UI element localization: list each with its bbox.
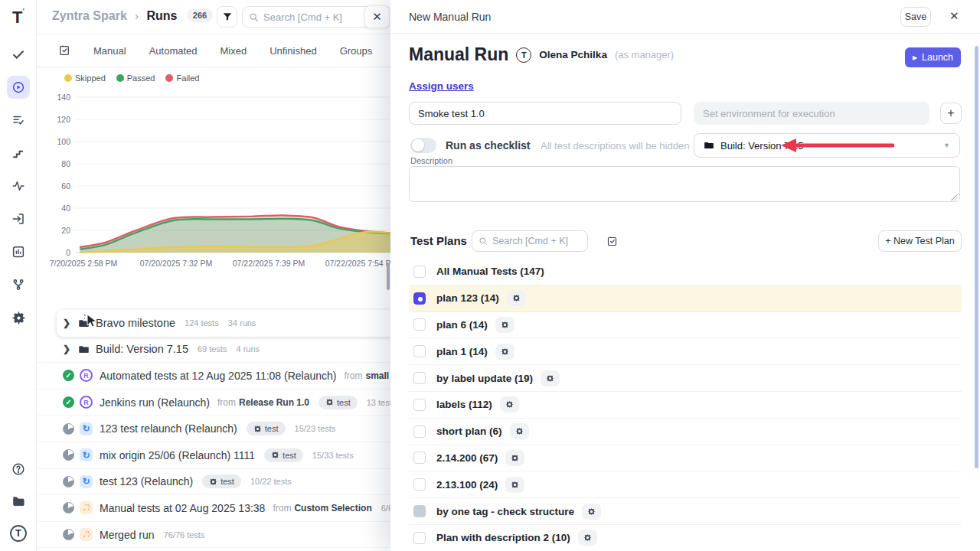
assign-users-link[interactable]: Assign users xyxy=(409,80,474,92)
search-input[interactable] xyxy=(263,11,371,23)
breadcrumb-current[interactable]: Runs xyxy=(146,9,177,22)
test-plan-checkbox[interactable] xyxy=(413,318,426,331)
clipboard-check-icon[interactable] xyxy=(58,44,70,57)
test-plan-row[interactable]: by label update (19) xyxy=(409,365,962,392)
test-plan-label[interactable]: Plan with description 2 (10) xyxy=(436,532,570,543)
drawer-scrollbar-thumb[interactable] xyxy=(975,46,978,468)
branch-icon[interactable] xyxy=(7,273,30,296)
run-title[interactable]: Jenkins run (Relaunch) xyxy=(100,396,210,409)
test-plan-label[interactable]: labels (112) xyxy=(436,399,492,410)
test-plan-row[interactable]: by one tag - check structure xyxy=(409,498,962,525)
test-plan-label[interactable]: 2.14.200 (67) xyxy=(436,452,498,464)
test-plans-search-input[interactable] xyxy=(492,236,577,246)
help-icon[interactable] xyxy=(7,458,30,481)
test-plan-label[interactable]: by one tag - check structure xyxy=(436,506,574,517)
test-plan-checkbox[interactable] xyxy=(413,399,426,411)
owner-avatar[interactable]: T xyxy=(516,47,531,63)
run-tag-chip[interactable]: test xyxy=(247,422,286,435)
from-plan-name[interactable]: Release Run 1.0 xyxy=(239,397,309,408)
test-plan-checkbox[interactable] xyxy=(413,505,426,517)
expand-chevron-icon[interactable]: ❯ xyxy=(63,318,70,328)
clipboard-check-icon[interactable] xyxy=(606,236,618,247)
plan-settings-button[interactable] xyxy=(541,370,560,386)
test-plan-label[interactable]: plan 123 (14) xyxy=(436,292,499,304)
account-logo-circle-icon[interactable]: T xyxy=(7,522,30,545)
test-plan-label[interactable]: All Manual Tests (147) xyxy=(436,266,544,277)
test-plan-row[interactable]: plan 1 (14) xyxy=(409,338,962,365)
test-plan-label[interactable]: 2.13.100 (24) xyxy=(436,479,498,491)
tab-automated[interactable]: Automated xyxy=(149,45,198,57)
tab-unfinished[interactable]: Unfinished xyxy=(270,45,316,57)
breadcrumb-project[interactable]: Zyntra Spark xyxy=(52,9,127,22)
test-plan-row[interactable]: Plan with description 2 (10) xyxy=(409,525,962,551)
plan-settings-button[interactable] xyxy=(495,317,514,333)
import-icon[interactable] xyxy=(7,207,30,230)
test-plan-checkbox[interactable] xyxy=(413,372,426,384)
filter-button[interactable] xyxy=(217,6,237,28)
app-logo-icon[interactable]: T' xyxy=(0,8,37,28)
plan-settings-button[interactable] xyxy=(507,290,526,306)
test-plan-row[interactable]: plan 6 (14) xyxy=(409,312,962,339)
test-plan-label[interactable]: plan 6 (14) xyxy=(436,319,488,331)
description-textarea[interactable] xyxy=(409,166,960,202)
test-plan-row[interactable]: plan 123 (14) xyxy=(409,285,962,312)
plan-settings-button[interactable] xyxy=(582,504,601,520)
runs-play-circle-icon[interactable] xyxy=(7,76,30,99)
test-plan-row[interactable]: All Manual Tests (147) xyxy=(409,259,962,285)
projects-folder-icon[interactable] xyxy=(7,490,30,513)
run-title[interactable]: 123 test relaunch (Relaunch) xyxy=(100,422,237,435)
expand-chevron-icon[interactable]: ❯ xyxy=(63,344,70,354)
test-plan-label[interactable]: short plan (6) xyxy=(436,425,502,437)
run-title-input[interactable] xyxy=(409,102,681,125)
run-group-title[interactable]: Bravo milestone xyxy=(96,317,175,329)
test-plan-checkbox[interactable] xyxy=(413,452,426,464)
run-tag-chip[interactable]: test xyxy=(264,448,303,462)
save-button[interactable]: Save xyxy=(900,7,931,27)
test-plan-checkbox[interactable] xyxy=(413,266,426,278)
activity-icon[interactable] xyxy=(7,174,30,197)
plan-settings-button[interactable] xyxy=(505,450,524,466)
run-as-checklist-toggle[interactable] xyxy=(410,138,436,153)
run-group-title[interactable]: Build: Version 7.15 xyxy=(96,343,188,355)
run-title[interactable]: mix origin 25/06 (Relaunch) 1111 xyxy=(100,449,255,461)
test-plan-label[interactable]: plan 1 (14) xyxy=(436,346,488,357)
launch-button[interactable]: ▶ Launch xyxy=(905,47,961,67)
test-plan-row[interactable]: 2.14.200 (67) xyxy=(409,445,962,472)
run-title[interactable]: test 123 (Relaunch) xyxy=(100,475,193,487)
test-plan-checkbox[interactable] xyxy=(413,478,426,491)
test-plan-checkbox[interactable] xyxy=(413,345,426,357)
plan-settings-button[interactable] xyxy=(510,423,529,439)
run-title[interactable]: Merged run xyxy=(100,529,155,541)
page-scrollbar-thumb[interactable] xyxy=(387,262,390,290)
resize-handle[interactable] xyxy=(951,194,958,201)
from-plan-name[interactable]: Custom Selection xyxy=(294,503,371,514)
search-clear-button[interactable]: ✕ xyxy=(364,5,390,28)
test-plan-row[interactable]: short plan (6) xyxy=(409,419,962,445)
run-tag-chip[interactable]: test xyxy=(202,474,241,488)
run-title[interactable]: Manual tests at 02 Aug 2025 13:38 xyxy=(100,502,265,514)
new-test-plan-button[interactable]: + New Test Plan xyxy=(878,230,962,252)
bar-chart-icon[interactable] xyxy=(7,240,30,263)
test-plan-label[interactable]: by label update (19) xyxy=(436,373,533,384)
settings-gear-icon[interactable] xyxy=(7,306,30,329)
test-plans-search[interactable] xyxy=(472,230,588,252)
test-plan-checkbox[interactable] xyxy=(413,532,426,544)
add-environment-button[interactable]: + xyxy=(940,103,962,124)
plan-settings-button[interactable] xyxy=(500,396,519,412)
tab-manual[interactable]: Manual xyxy=(93,45,126,57)
tab-groups[interactable]: Groups xyxy=(340,45,373,57)
tab-mixed[interactable]: Mixed xyxy=(220,45,247,57)
test-plan-row[interactable]: labels (112) xyxy=(409,392,962,419)
build-select-dropdown[interactable]: Build: Version 7.15 ▼ xyxy=(694,133,960,158)
run-title[interactable]: Automated tests at 12 Aug 2025 11:08 (Re… xyxy=(100,370,337,382)
test-plan-row[interactable]: 2.13.100 (24) xyxy=(409,471,962,498)
plan-settings-button[interactable] xyxy=(578,530,597,546)
test-plan-checkbox[interactable] xyxy=(413,425,426,438)
plan-settings-button[interactable] xyxy=(495,344,514,360)
test-plan-checkbox[interactable] xyxy=(413,292,426,305)
tests-check-icon[interactable] xyxy=(7,43,30,66)
run-tag-chip[interactable]: test xyxy=(318,396,358,409)
list-check-icon[interactable] xyxy=(7,109,30,132)
environment-input[interactable] xyxy=(694,102,929,125)
drawer-close-icon[interactable]: ✕ xyxy=(949,9,959,23)
